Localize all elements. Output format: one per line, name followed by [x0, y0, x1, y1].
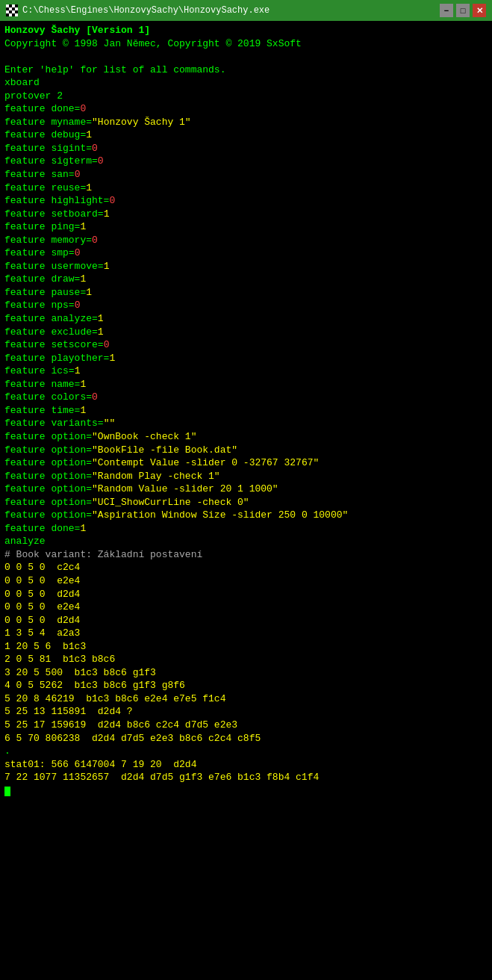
feature-playother: feature playother=1	[4, 352, 488, 365]
feature-highlight: feature highlight=0	[4, 194, 488, 208]
book-line-11: 5 20 8 46219 b1c3 b8c6 e2e4 e7e5 f1c4	[4, 692, 488, 706]
title-bar-left: C:\Chess\Engines\HonzovySachy\HonzovySac…	[6, 4, 270, 16]
feature-sigint: feature sigint=0	[4, 142, 488, 155]
cursor-line	[4, 784, 488, 798]
stat-line: stat01: 566 6147004 7 19 20 d2d4	[4, 758, 488, 772]
feature-ownbook: feature option="OwnBook -check 1"	[4, 430, 488, 444]
book-line-4: 0 0 5 0 e2e4	[4, 601, 488, 614]
title-bar-path: C:\Chess\Engines\HonzovySachy\HonzovySac…	[22, 5, 270, 16]
maximize-button[interactable]: □	[456, 4, 470, 17]
feature-bookfile: feature option="BookFile -file Book.dat"	[4, 444, 488, 457]
feature-uci: feature option="UCI_ShowCurrLine -check …	[4, 496, 488, 509]
feature-colors: feature colors=0	[4, 391, 488, 404]
feature-smp: feature smp=0	[4, 246, 488, 260]
feature-done-0: feature done=0	[4, 102, 488, 116]
feature-analyze: feature analyze=1	[4, 312, 488, 326]
feature-setboard: feature setboard=1	[4, 208, 488, 221]
book-line-10: 4 0 5 5262 b1c3 b8c6 g1f3 g8f6	[4, 679, 488, 692]
book-line-2: 0 0 5 0 e2e4	[4, 574, 488, 588]
minimize-button[interactable]: −	[440, 4, 453, 17]
feature-myname: feature myname="Honzovy Šachy 1"	[4, 116, 488, 129]
book-line-1: 0 0 5 0 c2c4	[4, 561, 488, 574]
book-line-14: 6 5 70 806238 d2d4 d7d5 e2e3 b8c6 c2c4 c…	[4, 732, 488, 745]
feature-time: feature time=1	[4, 404, 488, 418]
terminal-output: Honzovy Šachy [Version 1] Copyright © 19…	[0, 21, 492, 965]
terminal-cursor	[4, 787, 10, 796]
book-line-8: 2 0 5 81 b1c3 b8c6	[4, 653, 488, 666]
book-line-5: 0 0 5 0 d2d4	[4, 614, 488, 627]
help-prompt-line: Enter 'help' for list of all commands.	[4, 63, 488, 77]
feature-randomplay: feature option="Random Play -check 1"	[4, 470, 488, 483]
feature-reuse: feature reuse=1	[4, 182, 488, 195]
feature-san: feature san=0	[4, 168, 488, 182]
book-line-9: 3 20 5 500 b1c3 b8c6 g1f3	[4, 666, 488, 680]
dot-line: .	[4, 745, 488, 758]
app-title-line: Honzovy Šachy [Version 1]	[4, 24, 488, 37]
output-line-xboard: xboard	[4, 76, 488, 90]
feature-exclude: feature exclude=1	[4, 326, 488, 339]
title-bar-buttons: − □ ✕	[440, 4, 486, 17]
window: C:\Chess\Engines\HonzovySachy\HonzovySac…	[0, 0, 492, 965]
book-line-6: 1 3 5 4 a2a3	[4, 627, 488, 640]
feature-aspiration: feature option="Aspiration Window Size -…	[4, 509, 488, 522]
feature-draw: feature draw=1	[4, 273, 488, 286]
feature-variants: feature variants=""	[4, 417, 488, 430]
feature-memory: feature memory=0	[4, 234, 488, 247]
feature-nps: feature nps=0	[4, 299, 488, 312]
feature-setscore: feature setscore=0	[4, 338, 488, 352]
feature-done-1: feature done=1	[4, 522, 488, 536]
output-line-protover: protover 2	[4, 90, 488, 103]
feature-randomvalue: feature option="Random Value -slider 20 …	[4, 483, 488, 496]
close-button[interactable]: ✕	[473, 4, 486, 17]
feature-debug: feature debug=1	[4, 128, 488, 142]
feature-usermove: feature usermove=1	[4, 260, 488, 273]
app-icon	[6, 4, 18, 16]
book-line-7: 1 20 5 6 b1c3	[4, 640, 488, 654]
copyright-line: Copyright © 1998 Jan Němec, Copyright © …	[4, 37, 488, 51]
feature-ics: feature ics=1	[4, 365, 488, 378]
feature-sigterm: feature sigterm=0	[4, 155, 488, 168]
book-line-12: 5 25 13 115891 d2d4 ?	[4, 705, 488, 719]
feature-contempt: feature option="Contempt Value -slider 0…	[4, 456, 488, 470]
feature-pause: feature pause=1	[4, 286, 488, 300]
analyze-line: analyze	[4, 535, 488, 548]
title-bar: C:\Chess\Engines\HonzovySachy\HonzovySac…	[0, 0, 492, 21]
book-line-13: 5 25 17 159619 d2d4 b8c6 c2c4 d7d5 e2e3	[4, 719, 488, 732]
book-variant-line: # Book variant: Základní postavení	[4, 548, 488, 562]
final-analysis-line: 7 22 1077 11352657 d2d4 d7d5 g1f3 e7e6 b…	[4, 771, 488, 784]
book-line-3: 0 0 5 0 d2d4	[4, 588, 488, 601]
feature-name: feature name=1	[4, 378, 488, 391]
blank-line-1	[4, 50, 488, 63]
feature-ping: feature ping=1	[4, 220, 488, 234]
